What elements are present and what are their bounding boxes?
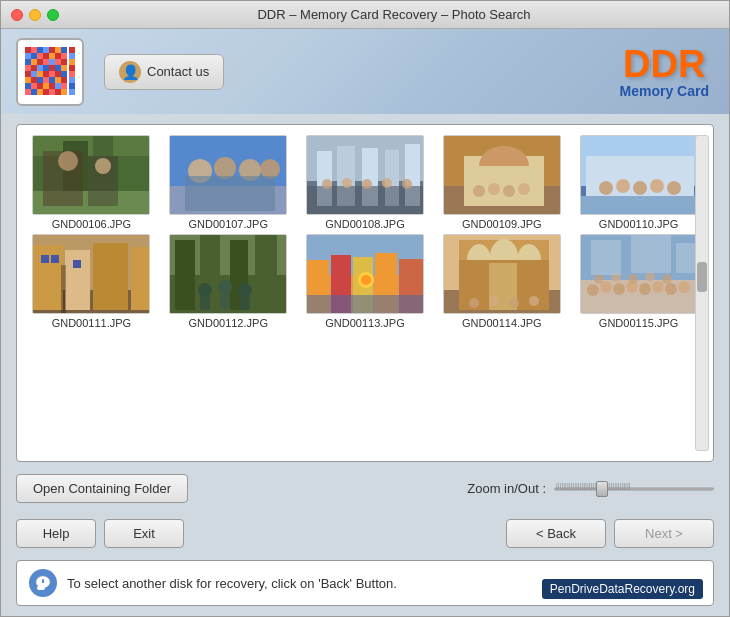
svg-rect-10 <box>37 53 43 59</box>
svg-rect-26 <box>37 65 43 71</box>
list-item[interactable]: GND00115.JPG <box>574 234 703 329</box>
main-content: GND00106.JPG <box>1 114 729 616</box>
list-item[interactable]: GND00109.JPG <box>437 135 566 230</box>
photo-thumbnail <box>580 135 698 215</box>
svg-rect-123 <box>51 255 59 263</box>
photo-thumbnail <box>443 234 561 314</box>
scrollbar[interactable] <box>695 135 709 451</box>
svg-rect-19 <box>43 59 49 65</box>
svg-rect-14 <box>61 53 67 59</box>
svg-rect-2 <box>37 47 43 53</box>
minimize-button[interactable] <box>29 9 41 21</box>
photo-image <box>170 136 287 215</box>
list-item[interactable]: GND00111.JPG <box>27 234 156 329</box>
svg-rect-118 <box>33 245 63 310</box>
brand-area: DDR Memory Card <box>620 45 709 99</box>
svg-rect-147 <box>307 295 424 314</box>
svg-rect-34 <box>37 71 43 77</box>
svg-rect-186 <box>42 579 44 583</box>
svg-rect-17 <box>31 59 37 65</box>
photo-filename: GND00114.JPG <box>462 317 541 329</box>
header: 👤 Contact us DDR Memory Card <box>1 29 729 114</box>
svg-rect-125 <box>61 265 66 314</box>
svg-point-113 <box>650 179 664 193</box>
svg-rect-0 <box>25 47 31 53</box>
svg-point-94 <box>402 179 412 189</box>
svg-rect-60 <box>49 89 55 95</box>
svg-point-171 <box>652 281 664 293</box>
exit-button[interactable]: Exit <box>104 519 184 548</box>
back-button[interactable]: < Back <box>506 519 606 548</box>
svg-rect-63 <box>69 89 75 95</box>
list-item[interactable]: GND00107.JPG <box>164 135 293 230</box>
nav-row: Help Exit < Back Next > <box>16 515 714 552</box>
svg-rect-42 <box>37 77 43 83</box>
photo-image <box>444 235 561 314</box>
svg-point-149 <box>361 275 371 285</box>
svg-point-162 <box>529 296 539 306</box>
svg-point-177 <box>645 272 655 282</box>
svg-rect-80 <box>185 176 275 211</box>
next-button[interactable]: Next > <box>614 519 714 548</box>
contact-button[interactable]: 👤 Contact us <box>104 54 224 90</box>
svg-rect-180 <box>591 240 621 275</box>
photo-image <box>33 136 150 215</box>
photo-filename: GND00110.JPG <box>599 218 678 230</box>
svg-point-168 <box>613 283 625 295</box>
traffic-lights <box>11 9 59 21</box>
photo-grid: GND00106.JPG <box>27 135 703 329</box>
svg-rect-184 <box>37 586 45 590</box>
list-item[interactable]: GND00113.JPG <box>301 234 430 329</box>
svg-rect-9 <box>31 53 37 59</box>
svg-point-91 <box>342 178 352 188</box>
photo-filename: GND00112.JPG <box>188 317 267 329</box>
open-folder-button[interactable]: Open Containing Folder <box>16 474 188 503</box>
zoom-thumb[interactable] <box>596 481 608 497</box>
svg-rect-119 <box>65 250 90 310</box>
svg-rect-3 <box>43 47 49 53</box>
svg-rect-44 <box>49 77 55 83</box>
svg-rect-8 <box>25 53 31 59</box>
svg-rect-124 <box>73 260 81 268</box>
help-button[interactable]: Help <box>16 519 96 548</box>
zoom-ticks: ||||||||||||||||||||||||||||||||||||||||… <box>554 487 714 490</box>
svg-point-173 <box>678 281 690 293</box>
svg-point-166 <box>587 284 599 296</box>
list-item[interactable]: GND00108.JPG <box>301 135 430 230</box>
photo-image <box>170 235 287 314</box>
svg-rect-109 <box>581 196 698 215</box>
svg-rect-32 <box>25 71 31 77</box>
list-item[interactable]: GND00110.JPG <box>574 135 703 230</box>
photo-filename: GND00115.JPG <box>599 317 678 329</box>
list-item[interactable]: GND00106.JPG <box>27 135 156 230</box>
photo-image <box>581 136 698 215</box>
svg-rect-1 <box>31 47 37 53</box>
list-item[interactable]: GND00112.JPG <box>164 234 293 329</box>
logo-icon <box>25 47 75 97</box>
title-bar: DDR – Memory Card Recovery – Photo Searc… <box>1 1 729 29</box>
main-window: DDR – Memory Card Recovery – Photo Searc… <box>0 0 730 617</box>
list-item[interactable]: GND00114.JPG <box>437 234 566 329</box>
svg-rect-137 <box>220 287 230 309</box>
svg-rect-7 <box>69 47 75 53</box>
svg-rect-33 <box>31 71 37 77</box>
photo-thumbnail <box>443 135 561 215</box>
svg-rect-29 <box>55 65 61 71</box>
svg-point-111 <box>616 179 630 193</box>
svg-rect-121 <box>131 247 150 310</box>
photo-filename: GND00113.JPG <box>325 317 404 329</box>
photo-thumbnail <box>306 135 424 215</box>
svg-point-77 <box>214 157 236 179</box>
svg-rect-89 <box>307 186 424 215</box>
svg-point-176 <box>628 274 638 284</box>
svg-point-102 <box>488 183 500 195</box>
svg-rect-136 <box>200 290 210 310</box>
photo-image <box>307 136 424 215</box>
zoom-label: Zoom in/Out : <box>467 481 546 496</box>
scrollbar-thumb[interactable] <box>697 262 707 292</box>
svg-rect-55 <box>69 83 75 89</box>
close-button[interactable] <box>11 9 23 21</box>
svg-point-71 <box>95 158 111 174</box>
zoom-slider-container[interactable]: ||||||||||||||||||||||||||||||||||||||||… <box>554 479 714 499</box>
maximize-button[interactable] <box>47 9 59 21</box>
